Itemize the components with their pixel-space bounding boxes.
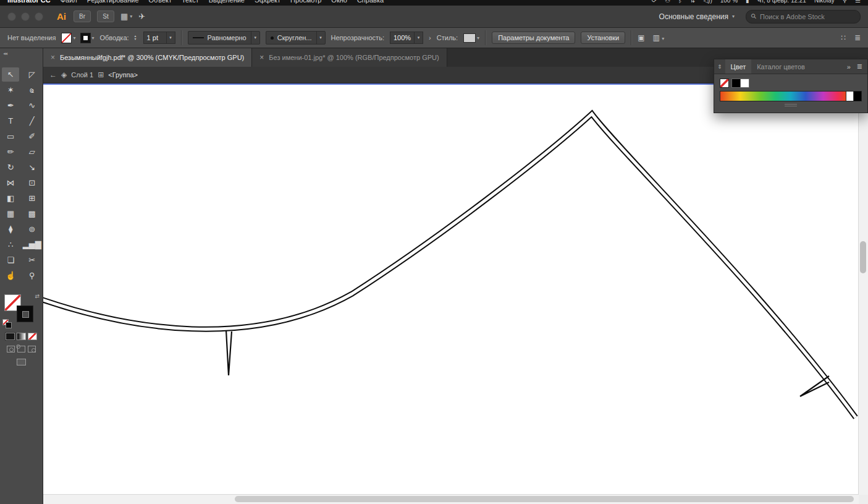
- fill-color-dropdown[interactable]: ▾: [61, 33, 75, 43]
- perspective-grid-tool[interactable]: ⊞: [23, 191, 41, 205]
- stroke-weight-value[interactable]: 1 pt: [144, 32, 166, 43]
- width-tool[interactable]: ⋈: [2, 176, 19, 190]
- fill-none-swatch[interactable]: [61, 33, 72, 43]
- zoom-tool[interactable]: ⚲: [23, 268, 41, 283]
- artboard-canvas[interactable]: [43, 83, 868, 504]
- style-swatch[interactable]: [463, 33, 476, 43]
- opacity-field[interactable]: 100% ▾: [390, 32, 423, 44]
- minimize-window-button[interactable]: [21, 12, 30, 21]
- slice-tool[interactable]: ✂: [23, 253, 41, 267]
- gradient-tool[interactable]: ▩: [23, 207, 41, 221]
- menubar-user[interactable]: Nikolay: [814, 0, 835, 4]
- close-window-button[interactable]: [7, 12, 16, 21]
- dots-grid-icon[interactable]: ∷: [841, 33, 846, 42]
- vertical-scroll-thumb[interactable]: [860, 241, 866, 273]
- menu-item[interactable]: Эффект: [255, 0, 280, 4]
- chevron-down-icon[interactable]: ▾: [316, 32, 325, 44]
- magic-wand-tool[interactable]: ✶: [2, 83, 19, 97]
- menu-item[interactable]: Выделение: [209, 0, 245, 4]
- menu-item[interactable]: Объект: [149, 0, 172, 4]
- horizontal-scrollbar[interactable]: [43, 494, 859, 504]
- opacity-value[interactable]: 100%: [390, 32, 414, 43]
- color-button[interactable]: [6, 333, 15, 340]
- blend-tool[interactable]: ⊚: [23, 222, 41, 236]
- stroke-color-swatch[interactable]: [81, 33, 90, 43]
- battery-icon[interactable]: ▮: [746, 0, 749, 4]
- menubar-clock[interactable]: Чт, 8 февр. 12:21: [757, 0, 806, 4]
- none-color-swatch[interactable]: [720, 79, 729, 88]
- draw-behind-button[interactable]: [17, 346, 25, 352]
- document-tab[interactable]: × Без имени-01.jpg* @ 100% (RGB/Предпрос…: [252, 48, 447, 67]
- curvature-tool[interactable]: ∿: [23, 98, 41, 113]
- shaper-tool[interactable]: ✏: [2, 145, 19, 159]
- vertical-scrollbar[interactable]: [858, 83, 868, 495]
- menu-item[interactable]: Редактирование: [87, 0, 139, 4]
- menu-item[interactable]: Текст: [182, 0, 199, 4]
- stroke-weight-field[interactable]: 1 pt ▾: [143, 32, 175, 44]
- symbol-sprayer-tool[interactable]: ∴: [2, 237, 19, 252]
- black-swatch[interactable]: [731, 79, 741, 88]
- color-spectrum[interactable]: [720, 91, 862, 101]
- horizontal-scroll-thumb[interactable]: [235, 496, 854, 502]
- draw-inside-button[interactable]: [28, 346, 36, 352]
- spectrum-white[interactable]: [846, 92, 853, 101]
- menu-item[interactable]: Справка: [357, 0, 384, 4]
- draw-normal-button[interactable]: [7, 346, 15, 352]
- stepper-down-icon[interactable]: ▾: [135, 38, 137, 41]
- breadcrumb-group[interactable]: <Группа>: [108, 71, 138, 79]
- stock-button[interactable]: St: [97, 11, 114, 22]
- screen-mode-button[interactable]: [17, 359, 26, 365]
- free-transform-tool[interactable]: ⊡: [23, 176, 41, 190]
- panel-menu-icon[interactable]: ≣: [857, 62, 862, 70]
- rectangle-tool[interactable]: ▭: [2, 129, 19, 143]
- opacity-panel-button[interactable]: ›: [429, 34, 431, 41]
- gradient-button[interactable]: [17, 333, 26, 340]
- battery-percent[interactable]: 100 %: [720, 0, 738, 4]
- spectrum-gradient[interactable]: [720, 92, 846, 101]
- share-button[interactable]: ✈: [138, 12, 145, 21]
- chevron-down-icon[interactable]: ▾: [414, 32, 423, 43]
- spotlight-icon[interactable]: ⚲: [843, 0, 847, 4]
- width-profile-dropdown[interactable]: Равномерно ▾: [188, 31, 260, 45]
- chevron-down-icon[interactable]: ▾: [251, 32, 259, 44]
- tab-close-icon[interactable]: ×: [51, 53, 55, 62]
- notification-center-icon[interactable]: ☰: [855, 0, 861, 4]
- toolbar-collapse-icon[interactable]: ◂◂: [3, 51, 7, 56]
- spectrum-black[interactable]: [853, 92, 861, 101]
- tab-color-guide[interactable]: Каталог цветов: [751, 59, 811, 74]
- direct-selection-tool[interactable]: ◸: [23, 67, 41, 82]
- stroke-weight-stepper[interactable]: ▴ ▾: [135, 35, 137, 41]
- stroke-color-dropdown[interactable]: ▾: [81, 33, 94, 43]
- column-graph-tool[interactable]: ▂▅▇: [23, 237, 41, 252]
- menu-item[interactable]: Illustrator CC: [7, 0, 51, 4]
- graphic-style-dropdown[interactable]: ▾: [463, 33, 479, 43]
- eraser-tool[interactable]: ▱: [23, 145, 41, 159]
- line-segment-tool[interactable]: ╱: [23, 114, 41, 128]
- artboard-nav-icon[interactable]: ▣: [638, 33, 644, 42]
- bluetooth-icon[interactable]: ᛒ: [678, 0, 682, 4]
- panel-collapse-icon[interactable]: ⇕: [714, 59, 725, 74]
- volume-icon[interactable]: ◁)): [703, 0, 712, 4]
- paintbrush-tool[interactable]: ✐: [23, 129, 41, 143]
- back-arrow-icon[interactable]: ←: [49, 70, 57, 79]
- document-setup-button[interactable]: Параметры документа: [492, 32, 575, 44]
- eyedropper-tool[interactable]: ⧫: [2, 222, 19, 236]
- selection-tool[interactable]: ↖: [2, 67, 19, 82]
- adobe-stock-search[interactable]: ⚲ Поиск в Adobe Stock: [746, 10, 861, 23]
- panel-list-icon[interactable]: ≣: [854, 33, 861, 42]
- menu-item[interactable]: Окно: [331, 0, 347, 4]
- tab-close-icon[interactable]: ×: [259, 53, 264, 62]
- white-swatch[interactable]: [741, 79, 749, 88]
- stroke-proxy-swatch[interactable]: [17, 305, 33, 322]
- panel-resize-grip[interactable]: [785, 104, 797, 107]
- arrange-documents-icon[interactable]: ▥ ▾: [653, 33, 665, 42]
- rotate-tool[interactable]: ↻: [2, 160, 19, 174]
- breadcrumb-layer[interactable]: Слой 1: [71, 71, 93, 79]
- lasso-tool[interactable]: ҩ: [23, 83, 41, 97]
- pen-tool[interactable]: ✒: [2, 98, 19, 113]
- type-tool[interactable]: T: [2, 114, 19, 128]
- mesh-tool[interactable]: ▦: [2, 207, 19, 221]
- artboard-tool[interactable]: ❏: [2, 253, 19, 267]
- document-tab[interactable]: × Безымянныйfgjh.pdf* @ 300% (CMYK/Предп…: [43, 48, 252, 67]
- default-fill-stroke-icon[interactable]: [2, 319, 12, 328]
